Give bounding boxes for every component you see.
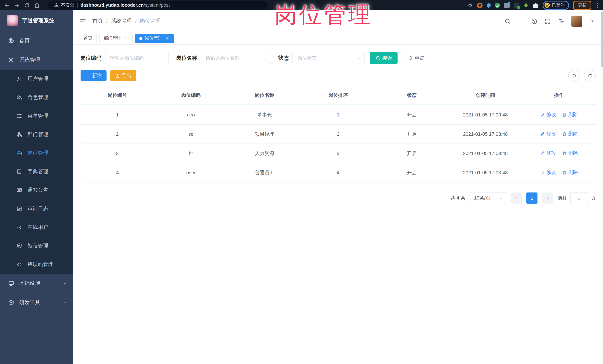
export-button[interactable]: 导出 xyxy=(110,70,136,81)
green-check-extension-icon[interactable] xyxy=(495,3,500,8)
reset-button[interactable]: 重置 xyxy=(402,52,430,64)
sidebar-item-role[interactable]: 角色管理 xyxy=(0,88,73,107)
post-code-input[interactable] xyxy=(105,52,169,64)
column-header: 岗位编号 xyxy=(81,87,154,104)
location-pin-extension-icon[interactable] xyxy=(486,2,491,8)
tab-home[interactable]: 首页 xyxy=(79,33,97,43)
help-icon[interactable] xyxy=(531,18,537,24)
url-divider xyxy=(77,3,78,8)
fullscreen-icon[interactable] xyxy=(545,18,551,24)
goto-page-input[interactable] xyxy=(570,192,588,204)
post-code-label: 岗位编码 xyxy=(81,55,101,61)
reload-icon[interactable] xyxy=(24,2,30,8)
search-icon xyxy=(376,56,381,60)
sidebar-item-devtools[interactable]: 研发工具 xyxy=(0,293,73,312)
sidebar-item-errcode[interactable]: 错误码管理 xyxy=(0,255,73,274)
edit-link[interactable]: 修改 xyxy=(540,150,556,157)
green-star-extension-icon[interactable] xyxy=(523,2,529,8)
back-icon[interactable] xyxy=(4,2,10,8)
sidebar-item-post[interactable]: 岗位管理 xyxy=(0,144,73,162)
sidebar-item-infra[interactable]: 基础设施 xyxy=(0,274,73,293)
app-logo-row[interactable]: 芋道管理系统 xyxy=(0,10,73,31)
download-icon xyxy=(115,73,120,78)
current-page-button[interactable]: 1 xyxy=(526,192,537,204)
tab-dept[interactable]: 部门管理 xyxy=(99,33,132,43)
sidebar-item-user[interactable]: 用户管理 xyxy=(0,70,73,88)
next-page-button[interactable] xyxy=(542,192,553,204)
status-select[interactable]: 岗位状态 xyxy=(292,52,365,64)
plus-icon xyxy=(85,73,90,78)
prev-page-button[interactable] xyxy=(511,192,522,204)
puzzle-extensions-icon[interactable] xyxy=(533,2,538,8)
scrollbar-thumb[interactable] xyxy=(601,11,603,67)
delete-link[interactable]: 删除 xyxy=(562,131,578,137)
warning-icon xyxy=(54,3,59,7)
font-size-icon[interactable] xyxy=(558,18,564,24)
update-button[interactable]: 更新 xyxy=(573,0,591,10)
browser-menu-icon[interactable] xyxy=(595,2,600,9)
github-icon[interactable] xyxy=(518,18,524,24)
column-header: 操作 xyxy=(522,87,596,104)
sidebar-item-menu[interactable]: 菜单管理 xyxy=(0,107,73,125)
post-name-input[interactable] xyxy=(201,52,271,64)
orange-ring-extension-icon[interactable] xyxy=(477,2,482,8)
edit-link[interactable]: 修改 xyxy=(540,169,556,176)
paused-extension-pill[interactable]: 已暂停 xyxy=(543,0,569,10)
pencil-icon xyxy=(540,112,545,117)
page-scrollbar[interactable] xyxy=(601,10,603,364)
page-unit-label: 页 xyxy=(591,195,596,201)
breadcrumb: 首页 / 系统管理 / 岗位管理 xyxy=(93,18,161,24)
bookmark-star-icon[interactable] xyxy=(467,2,473,8)
cell-name: 董事长 xyxy=(228,105,302,124)
home-icon[interactable] xyxy=(34,2,40,8)
sidebar-item-dept[interactable]: 部门管理 xyxy=(0,125,73,144)
code-icon xyxy=(16,262,22,267)
sidebar-item-online[interactable]: 在线用户 xyxy=(0,218,73,237)
close-icon[interactable] xyxy=(124,36,128,40)
page-size-select[interactable]: 10条/页 xyxy=(470,192,506,204)
chevron-down-icon xyxy=(499,196,503,200)
address-bar[interactable]: 不安全 dashboard.yudao.iocoder.cn/system/po… xyxy=(48,1,268,10)
table-row: 4user普通员工4开启2021-01-05 17:03:48修改删除 xyxy=(81,163,596,182)
edit-link[interactable]: 修改 xyxy=(540,131,556,137)
sidebar-item-label: 错误码管理 xyxy=(27,261,53,268)
search-icon[interactable] xyxy=(504,18,511,24)
edit-log-icon xyxy=(16,206,22,212)
toggle-search-button[interactable] xyxy=(568,70,580,82)
forward-icon[interactable] xyxy=(14,2,20,8)
column-header: 岗位名称 xyxy=(228,87,302,104)
delete-link[interactable]: 删除 xyxy=(562,150,578,157)
collapse-sidebar-icon[interactable] xyxy=(79,17,86,25)
cell-name: 项目经理 xyxy=(228,124,302,144)
delete-link[interactable]: 删除 xyxy=(562,169,578,176)
delete-link[interactable]: 删除 xyxy=(562,111,578,118)
sidebar-item-audit[interactable]: 审计日志 xyxy=(0,199,73,218)
close-icon[interactable] xyxy=(165,36,169,40)
cell-actions: 修改删除 xyxy=(522,163,596,182)
sidebar-item-sms[interactable]: 短信管理 xyxy=(0,237,73,255)
caret-down-icon[interactable] xyxy=(590,18,596,24)
sidebar-item-notice[interactable]: 通知公告 xyxy=(0,181,73,199)
breadcrumb-system[interactable]: 系统管理 xyxy=(111,18,132,24)
chevron-down-icon xyxy=(63,244,67,248)
sidebar-item-home[interactable]: 首页 xyxy=(0,31,73,50)
user-avatar[interactable] xyxy=(571,16,582,27)
refresh-table-button[interactable] xyxy=(584,70,596,82)
screen: 不安全 dashboard.yudao.iocoder.cn/system/po… xyxy=(0,0,603,364)
breadcrumb-home[interactable]: 首页 xyxy=(93,18,103,24)
sidebar-item-dict[interactable]: 字典管理 xyxy=(0,162,73,181)
add-button[interactable]: 新增 xyxy=(81,70,106,81)
smiley-icon xyxy=(544,3,550,8)
pencil-icon xyxy=(540,151,545,156)
tab-post[interactable]: 岗位管理 xyxy=(135,33,174,43)
grid-extension-icon[interactable] xyxy=(504,2,510,8)
edit-link[interactable]: 修改 xyxy=(540,111,556,118)
security-status: 不安全 xyxy=(54,2,74,8)
screen-badge-extension-icon[interactable] xyxy=(513,2,519,8)
users-icon xyxy=(16,95,22,100)
search-button[interactable]: 搜索 xyxy=(370,52,397,64)
chevron-left-icon xyxy=(514,196,519,200)
sidebar-item-system[interactable]: 系统管理 xyxy=(0,50,73,70)
sidebar-item-label: 短信管理 xyxy=(27,243,48,249)
update-label: 更新 xyxy=(578,2,587,8)
